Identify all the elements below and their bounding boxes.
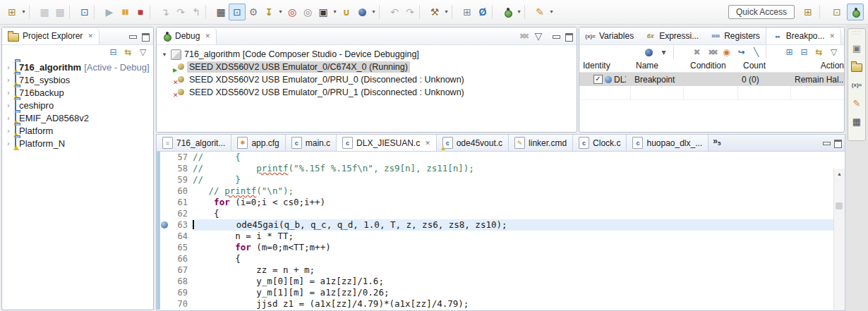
- editor-tab[interactable]: app.cfg ✕: [231, 135, 285, 151]
- drag-handle-icon[interactable]: ········: [852, 30, 861, 36]
- editor-tab[interactable]: ode45vout.c ✕: [437, 135, 509, 151]
- project-tree-item[interactable]: › EMIF_AD8568v2: [2, 111, 153, 124]
- editor-tab[interactable]: main.c ✕: [286, 135, 337, 151]
- collapse-all-icon[interactable]: ⊟: [797, 46, 811, 59]
- code-text[interactable]: y_m[0][m] = a1z[zz]/1.6;: [193, 276, 845, 287]
- debug-launch-icon[interactable]: [500, 4, 515, 20]
- load-program-dropdown-icon[interactable]: ▾: [277, 4, 284, 20]
- redo-icon[interactable]: ↷: [402, 4, 418, 20]
- expander-icon[interactable]: ›: [5, 89, 12, 97]
- scrollbar-thumb[interactable]: [836, 202, 843, 209]
- memory-browser-icon[interactable]: ▦: [850, 116, 863, 127]
- view-tab[interactable]: Registers ✕: [704, 28, 766, 44]
- debug-session-row[interactable]: ▾ 716_algorithm [Code Composer Studio - …: [157, 48, 577, 61]
- column-header[interactable]: Action: [817, 61, 844, 71]
- expander-icon[interactable]: ›: [5, 140, 12, 147]
- code-line[interactable]: 58// printf("%.15f %.15f\n", zs9[n], zs1…: [157, 163, 845, 174]
- maximize-icon[interactable]: [834, 139, 842, 147]
- project-tree-item[interactable]: › Platform: [2, 124, 153, 137]
- remove-all-breakpoints-icon[interactable]: ✖✖: [705, 46, 718, 59]
- breakpoint-gutter[interactable]: [160, 219, 169, 231]
- toolbar-separator[interactable]: [492, 5, 498, 19]
- view-menu-icon[interactable]: ▽: [531, 28, 546, 44]
- breakpoint-gutter[interactable]: [160, 208, 169, 219]
- breakpoint-gutter[interactable]: [160, 264, 169, 276]
- probe-pen-icon[interactable]: ✎: [850, 97, 863, 109]
- editor-tab[interactable]: DLX_JIESUAN.c ✕: [337, 135, 437, 151]
- code-text[interactable]: {: [193, 253, 845, 264]
- editor-scrollbar[interactable]: ▲: [833, 169, 845, 311]
- code-line[interactable]: 62 {: [157, 208, 845, 219]
- new-breakpoint-icon[interactable]: [642, 46, 656, 59]
- code-text[interactable]: {: [193, 208, 845, 219]
- close-tab-icon[interactable]: ✕: [425, 140, 430, 147]
- breakpoint-icon[interactable]: [161, 221, 168, 228]
- code-text[interactable]: zz = n + m;: [193, 264, 845, 276]
- breakpoint-gutter[interactable]: [160, 197, 169, 208]
- breakpoint-gutter[interactable]: [160, 287, 169, 298]
- code-line[interactable]: 63 ode45gai(q_b, q_c, q_d, 1.0, T, z, zs…: [157, 219, 845, 231]
- new-breakpoint-icon[interactable]: [354, 4, 370, 20]
- restore-view-icon[interactable]: ▣: [850, 42, 863, 54]
- editor-tab[interactable]: 716_algorit... ✕: [157, 135, 231, 151]
- expander-icon[interactable]: ›: [5, 63, 12, 71]
- step-return-icon[interactable]: ↰: [188, 4, 204, 20]
- close-view-icon[interactable]: ✕: [205, 32, 210, 39]
- breakpoint-gutter[interactable]: [160, 174, 169, 185]
- code-line[interactable]: 67 zz = n + m;: [157, 264, 845, 276]
- breakpoint-gutter[interactable]: [160, 231, 169, 242]
- resume-icon[interactable]: ▶: [102, 4, 117, 20]
- toolbar-separator[interactable]: [819, 5, 826, 19]
- project-tree-item[interactable]: › 716backup: [2, 86, 153, 99]
- maximize-icon[interactable]: [565, 32, 573, 40]
- breakpoint-gutter[interactable]: [160, 253, 169, 264]
- minimize-icon[interactable]: [128, 32, 136, 40]
- terminate-icon[interactable]: ■: [133, 4, 148, 20]
- expander-icon[interactable]: ›: [5, 76, 12, 84]
- goto-breakpoint-file-icon[interactable]: ↪: [735, 46, 748, 59]
- code-text[interactable]: for (m=0;m<TT;m++): [193, 242, 845, 253]
- code-text[interactable]: // printf("\n");: [193, 185, 845, 197]
- close-view-icon[interactable]: ✕: [88, 32, 93, 39]
- project-tree-item[interactable]: › 716_sysbios: [2, 73, 153, 86]
- column-header[interactable]: Name: [632, 61, 687, 71]
- expander-icon[interactable]: ›: [5, 114, 12, 122]
- breakpoint-gutter[interactable]: [160, 242, 169, 253]
- new-wizard-dropdown-icon[interactable]: ▾: [20, 4, 28, 20]
- debug-launch-dropdown-icon[interactable]: ▾: [515, 4, 523, 20]
- code-line[interactable]: 60 // printf("\n");: [157, 185, 845, 197]
- code-text[interactable]: for (i=0;i < cs0;i++): [193, 197, 845, 208]
- ccs-debug-perspective-icon[interactable]: [847, 4, 864, 20]
- toolbar-separator[interactable]: [766, 46, 780, 59]
- restart-icon[interactable]: ◎: [300, 4, 315, 20]
- scroll-up-icon[interactable]: ▲: [834, 169, 845, 179]
- view-tab[interactable]: Breakpo... ✕: [766, 28, 841, 44]
- toolbar-separator[interactable]: [205, 5, 212, 19]
- toolbar-separator[interactable]: [419, 5, 426, 19]
- step-into-icon[interactable]: ↴: [157, 4, 173, 20]
- view-menu-icon[interactable]: ▽: [827, 46, 840, 59]
- breakpoint-gutter[interactable]: [160, 298, 169, 310]
- quick-access-button[interactable]: Quick Access: [728, 5, 795, 19]
- view-tab[interactable]: Expressi... ✕: [639, 28, 704, 44]
- connect-target-icon[interactable]: ⊡: [229, 4, 246, 20]
- maximize-icon[interactable]: [142, 32, 150, 40]
- console-icon[interactable]: ⊡: [77, 4, 92, 20]
- build-dropdown-icon[interactable]: ▾: [442, 4, 450, 20]
- step-over-icon[interactable]: ↷: [173, 4, 188, 20]
- remove-all-terminated-icon[interactable]: ✖✖: [515, 28, 531, 44]
- column-header[interactable]: Identity: [579, 61, 632, 71]
- flash-settings-icon[interactable]: ⚙: [246, 4, 261, 20]
- debug-thread-row[interactable]: SEED XDS560V2 USB Emulator_0/C674X_0 (Ru…: [157, 61, 577, 73]
- new-wizard-icon[interactable]: ⊞: [4, 4, 20, 20]
- save-all-icon[interactable]: ▩: [52, 4, 68, 20]
- tab-overflow-chevron[interactable]: »5: [709, 135, 725, 151]
- toolbar-separator[interactable]: [452, 5, 458, 19]
- run-launch-dropdown-icon[interactable]: ▾: [548, 4, 555, 20]
- code-text[interactable]: // printf("%.15f %.15f\n", zs9[n], zs11[…: [193, 163, 845, 174]
- editor-tab[interactable]: Clock.c ✕: [573, 135, 627, 151]
- code-line[interactable]: 61 for (i=0;i < cs0;i++): [157, 197, 845, 208]
- variables-strip-icon[interactable]: [850, 79, 863, 90]
- breakpoint-checkbox[interactable]: [593, 75, 603, 84]
- breakpoint-gutter[interactable]: [160, 163, 169, 174]
